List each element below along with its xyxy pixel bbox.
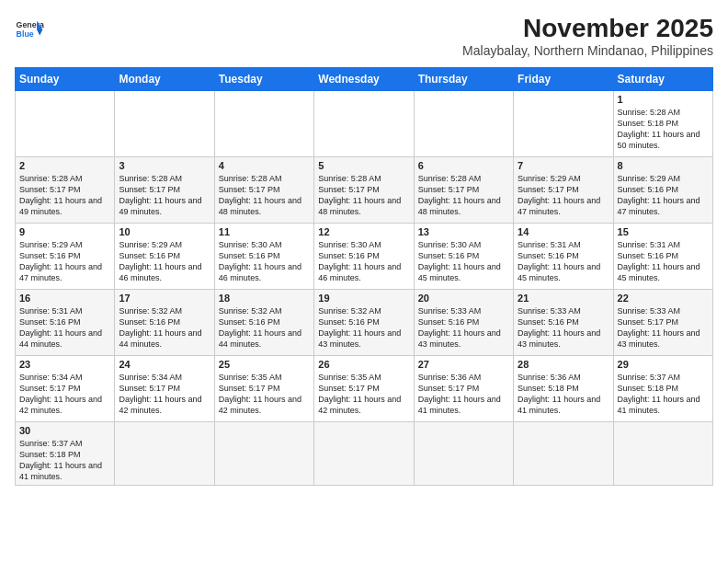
table-row: 12 Sunrise: 5:30 AMSunset: 5:16 PMDaylig…	[314, 223, 414, 289]
table-row	[16, 90, 115, 156]
table-row: 6 Sunrise: 5:28 AMSunset: 5:17 PMDayligh…	[414, 156, 513, 223]
svg-text:Blue: Blue	[17, 29, 34, 39]
table-row: 13 Sunrise: 5:30 AMSunset: 5:16 PMDaylig…	[414, 223, 513, 289]
day-info: Sunrise: 5:29 AMSunset: 5:16 PMDaylight:…	[19, 239, 110, 284]
day-info: Sunrise: 5:33 AMSunset: 5:17 PMDaylight:…	[618, 305, 709, 350]
col-saturday: Saturday	[613, 67, 712, 90]
table-row	[414, 421, 513, 486]
day-info: Sunrise: 5:31 AMSunset: 5:16 PMDaylight:…	[19, 305, 110, 350]
day-info: Sunrise: 5:36 AMSunset: 5:17 PMDaylight:…	[418, 372, 509, 417]
day-number: 16	[19, 293, 110, 304]
col-friday: Friday	[514, 67, 613, 90]
page-subtitle: Malaybalay, Northern Mindanao, Philippin…	[462, 43, 713, 58]
table-row: 7 Sunrise: 5:29 AMSunset: 5:17 PMDayligh…	[514, 156, 613, 223]
table-row	[514, 90, 613, 156]
table-row: 27 Sunrise: 5:36 AMSunset: 5:17 PMDaylig…	[414, 355, 513, 421]
page-header: General Blue November 2025 Malaybalay, N…	[15, 15, 713, 58]
day-info: Sunrise: 5:36 AMSunset: 5:18 PMDaylight:…	[518, 372, 609, 417]
calendar-body: 1 Sunrise: 5:28 AMSunset: 5:18 PMDayligh…	[16, 90, 713, 486]
calendar-table: Sunday Monday Tuesday Wednesday Thursday…	[15, 67, 713, 487]
day-number: 8	[618, 160, 709, 171]
table-row: 26 Sunrise: 5:35 AMSunset: 5:17 PMDaylig…	[314, 355, 414, 421]
table-row: 2 Sunrise: 5:28 AMSunset: 5:17 PMDayligh…	[16, 156, 115, 223]
table-row	[314, 421, 414, 486]
table-row: 28 Sunrise: 5:36 AMSunset: 5:18 PMDaylig…	[514, 355, 613, 421]
day-info: Sunrise: 5:37 AMSunset: 5:18 PMDaylight:…	[19, 438, 110, 483]
table-row: 15 Sunrise: 5:31 AMSunset: 5:16 PMDaylig…	[613, 223, 712, 289]
day-info: Sunrise: 5:28 AMSunset: 5:17 PMDaylight:…	[418, 173, 509, 218]
table-row: 19 Sunrise: 5:32 AMSunset: 5:16 PMDaylig…	[314, 289, 414, 355]
day-info: Sunrise: 5:30 AMSunset: 5:16 PMDaylight:…	[418, 239, 509, 284]
col-sunday: Sunday	[16, 67, 115, 90]
table-row	[314, 90, 414, 156]
table-row: 21 Sunrise: 5:33 AMSunset: 5:16 PMDaylig…	[514, 289, 613, 355]
day-info: Sunrise: 5:29 AMSunset: 5:16 PMDaylight:…	[119, 239, 210, 284]
day-number: 15	[618, 226, 709, 237]
svg-marker-3	[37, 29, 42, 35]
page-title: November 2025	[462, 15, 713, 43]
table-row: 23 Sunrise: 5:34 AMSunset: 5:17 PMDaylig…	[16, 355, 115, 421]
day-info: Sunrise: 5:34 AMSunset: 5:17 PMDaylight:…	[19, 372, 110, 417]
day-number: 28	[518, 359, 609, 370]
day-number: 21	[518, 293, 609, 304]
table-row	[613, 421, 712, 486]
day-info: Sunrise: 5:32 AMSunset: 5:16 PMDaylight:…	[119, 305, 210, 350]
day-info: Sunrise: 5:30 AMSunset: 5:16 PMDaylight:…	[318, 239, 409, 284]
day-number: 4	[219, 160, 310, 171]
day-number: 13	[418, 226, 509, 237]
table-row: 18 Sunrise: 5:32 AMSunset: 5:16 PMDaylig…	[214, 289, 313, 355]
col-monday: Monday	[115, 67, 214, 90]
day-number: 1	[618, 94, 709, 105]
table-row: 24 Sunrise: 5:34 AMSunset: 5:17 PMDaylig…	[115, 355, 214, 421]
table-row: 11 Sunrise: 5:30 AMSunset: 5:16 PMDaylig…	[214, 223, 313, 289]
day-number: 27	[418, 359, 509, 370]
day-number: 24	[119, 359, 210, 370]
day-number: 22	[618, 293, 709, 304]
day-number: 26	[318, 359, 409, 370]
day-info: Sunrise: 5:33 AMSunset: 5:16 PMDaylight:…	[418, 305, 509, 350]
day-info: Sunrise: 5:29 AMSunset: 5:17 PMDaylight:…	[518, 173, 609, 218]
day-number: 3	[119, 160, 210, 171]
day-number: 19	[318, 293, 409, 304]
table-row: 20 Sunrise: 5:33 AMSunset: 5:16 PMDaylig…	[414, 289, 513, 355]
day-number: 14	[518, 226, 609, 237]
day-info: Sunrise: 5:32 AMSunset: 5:16 PMDaylight:…	[318, 305, 409, 350]
col-tuesday: Tuesday	[214, 67, 313, 90]
day-number: 23	[19, 359, 110, 370]
day-info: Sunrise: 5:33 AMSunset: 5:16 PMDaylight:…	[518, 305, 609, 350]
table-row	[115, 421, 214, 486]
day-number: 30	[19, 425, 110, 436]
day-info: Sunrise: 5:30 AMSunset: 5:16 PMDaylight:…	[219, 239, 310, 284]
day-info: Sunrise: 5:31 AMSunset: 5:16 PMDaylight:…	[618, 239, 709, 284]
day-number: 11	[219, 226, 310, 237]
table-row: 17 Sunrise: 5:32 AMSunset: 5:16 PMDaylig…	[115, 289, 214, 355]
day-number: 5	[318, 160, 409, 171]
day-number: 18	[219, 293, 310, 304]
table-row: 5 Sunrise: 5:28 AMSunset: 5:17 PMDayligh…	[314, 156, 414, 223]
logo: General Blue	[15, 15, 44, 44]
day-number: 20	[418, 293, 509, 304]
day-number: 10	[119, 226, 210, 237]
day-number: 6	[418, 160, 509, 171]
day-number: 2	[19, 160, 110, 171]
day-number: 29	[618, 359, 709, 370]
day-info: Sunrise: 5:34 AMSunset: 5:17 PMDaylight:…	[119, 372, 210, 417]
table-row: 22 Sunrise: 5:33 AMSunset: 5:17 PMDaylig…	[613, 289, 712, 355]
day-number: 9	[19, 226, 110, 237]
table-row	[514, 421, 613, 486]
calendar-header: Sunday Monday Tuesday Wednesday Thursday…	[16, 67, 713, 90]
table-row: 29 Sunrise: 5:37 AMSunset: 5:18 PMDaylig…	[613, 355, 712, 421]
day-info: Sunrise: 5:28 AMSunset: 5:17 PMDaylight:…	[119, 173, 210, 218]
table-row: 4 Sunrise: 5:28 AMSunset: 5:17 PMDayligh…	[214, 156, 313, 223]
table-row	[214, 90, 313, 156]
table-row	[214, 421, 313, 486]
table-row: 30 Sunrise: 5:37 AMSunset: 5:18 PMDaylig…	[16, 421, 115, 486]
day-info: Sunrise: 5:35 AMSunset: 5:17 PMDaylight:…	[219, 372, 310, 417]
day-info: Sunrise: 5:28 AMSunset: 5:17 PMDaylight:…	[219, 173, 310, 218]
table-row: 25 Sunrise: 5:35 AMSunset: 5:17 PMDaylig…	[214, 355, 313, 421]
day-number: 17	[119, 293, 210, 304]
day-info: Sunrise: 5:31 AMSunset: 5:16 PMDaylight:…	[518, 239, 609, 284]
table-row: 1 Sunrise: 5:28 AMSunset: 5:18 PMDayligh…	[613, 90, 712, 156]
table-row: 9 Sunrise: 5:29 AMSunset: 5:16 PMDayligh…	[16, 223, 115, 289]
logo-icon: General Blue	[15, 15, 44, 44]
